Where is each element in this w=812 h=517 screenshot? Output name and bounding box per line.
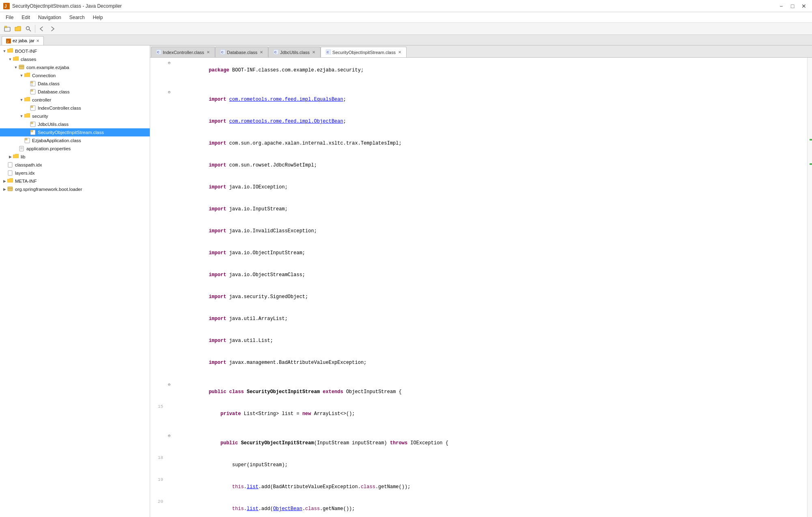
tree-label: controller	[32, 97, 51, 102]
tab-jdbcutils[interactable]: C JdbcUtils.class ✕	[268, 47, 321, 57]
class-icon	[30, 130, 37, 135]
tree-item-security[interactable]: ▼ security	[0, 112, 150, 120]
toolbar-search-button[interactable]	[24, 24, 33, 34]
tree-item-data-class[interactable]: C Data.class	[0, 80, 150, 88]
tree-item-app-props[interactable]: application.properties	[0, 145, 150, 153]
tree-item-classpath[interactable]: classpath.idx	[0, 161, 150, 169]
code-line: import java.util.List;	[150, 330, 807, 352]
tree-item-spring-loader[interactable]: ▶ org.springframework.boot.loader	[0, 185, 150, 193]
minimize-button[interactable]: −	[776, 1, 786, 11]
tab-label: IndexController.class	[163, 50, 204, 55]
code-content: private List<String> list = new ArrayLis…	[172, 403, 804, 425]
tab-close-button[interactable]: ✕	[207, 50, 210, 54]
tree-item-lib[interactable]: ▶ lib	[0, 153, 150, 161]
top-tab-label: ez jaba. jar	[13, 38, 34, 43]
tree-label: layers.idx	[15, 171, 35, 175]
app-icon: J	[3, 3, 10, 9]
menu-navigation[interactable]: Navigation	[34, 14, 65, 21]
editor-wrapper: ⊖ package BOOT-INF.classes.com.example.e…	[150, 58, 812, 517]
menu-edit[interactable]: Edit	[17, 14, 34, 21]
svg-rect-3	[4, 26, 7, 27]
tree-arrow[interactable]: ▼	[19, 114, 24, 118]
tree-item-indexcontroller[interactable]: IndexController.class	[0, 104, 150, 112]
tab-database[interactable]: C Database.class ✕	[215, 47, 268, 57]
tree-item-meta-inf[interactable]: ▶ META-INF	[0, 177, 150, 185]
line-number: 19	[150, 476, 166, 483]
svg-text:C: C	[327, 50, 329, 54]
tree-label: META-INF	[15, 179, 37, 184]
code-content: import com.sun.org.apache.xalan.internal…	[172, 132, 804, 154]
toolbar-open-button[interactable]	[2, 24, 12, 34]
tree-arrow[interactable]: ▼	[7, 57, 13, 61]
svg-rect-22	[25, 138, 27, 140]
editor-panel: C IndexController.class ✕ C Database.cla…	[150, 45, 812, 517]
tree-label: org.springframework.boot.loader	[15, 187, 82, 192]
tree-label: security	[32, 114, 48, 119]
code-editor[interactable]: ⊖ package BOOT-INF.classes.com.example.e…	[150, 58, 807, 517]
tree-arrow[interactable]: ▼	[19, 74, 24, 78]
svg-rect-20	[31, 130, 33, 132]
tab-indexcontroller[interactable]: C IndexController.class ✕	[151, 47, 215, 57]
folder-icon	[24, 113, 31, 119]
tab-close-button[interactable]: ✕	[312, 50, 315, 54]
menu-file[interactable]: File	[2, 14, 17, 21]
tree-label: Database.class	[38, 89, 70, 94]
tree-arrow[interactable]: ▼	[13, 65, 19, 69]
line-number: 18	[150, 454, 166, 461]
code-line: ⊖ public SecurityObjectInpitStream(Input…	[150, 432, 807, 454]
code-content: public class SecurityObjectInpitStream e…	[172, 381, 804, 403]
code-content: import com.rometools.rome.feed.impl.Obje…	[172, 110, 804, 132]
editor-tab-bar: C IndexController.class ✕ C Database.cla…	[150, 45, 812, 58]
fold-icon[interactable]: ⊖	[166, 381, 172, 389]
window-title: SecurityObjectInpitStream.class - Java D…	[12, 3, 122, 9]
fold-icon[interactable]: ⊖	[166, 433, 172, 440]
package-icon	[19, 65, 25, 70]
top-tab-close-button[interactable]: ✕	[36, 39, 39, 43]
tree-item-ezjaba-app[interactable]: EzjabaApplication.class	[0, 136, 150, 145]
fold-icon[interactable]: ⊖	[166, 60, 172, 67]
tree-arrow[interactable]: ▶	[2, 187, 7, 191]
top-tab-ezjaba[interactable]: J ez jaba. jar ✕	[2, 36, 44, 45]
tree-item-layers[interactable]: layers.idx	[0, 169, 150, 177]
tree-item-classes[interactable]: ▼ classes	[0, 55, 150, 63]
toolbar-folder-button[interactable]	[13, 24, 23, 34]
line-number: 15	[150, 403, 166, 410]
menu-search[interactable]: Search	[65, 14, 89, 21]
code-line: import java.io.ObjectStreamClass;	[150, 264, 807, 286]
close-button[interactable]: ✕	[799, 1, 809, 11]
toolbar-back-button[interactable]	[37, 24, 47, 34]
tree-label: JdbcUtils.class	[38, 122, 69, 127]
code-content: this.list.add(BadAttributeValueExpExcept…	[172, 476, 804, 498]
svg-rect-11	[31, 82, 33, 83]
folder-icon	[24, 97, 31, 103]
class-tab-icon: C	[274, 50, 278, 55]
fold-icon[interactable]: ⊖	[166, 89, 172, 96]
folder-icon	[13, 154, 19, 160]
tree-item-connection[interactable]: ▼ Connection	[0, 71, 150, 80]
tree-item-com-example[interactable]: ▼ com.example.ezjaba	[0, 63, 150, 71]
tree-item-database-class[interactable]: Database.class	[0, 88, 150, 96]
class-tab-icon: C	[156, 50, 161, 55]
tree-arrow[interactable]: ▼	[19, 98, 24, 102]
tree-item-boot-inf[interactable]: ▼ BOOT-INF	[0, 47, 150, 55]
maximize-button[interactable]: □	[788, 1, 797, 11]
tree-item-controller[interactable]: ▼ controller	[0, 96, 150, 104]
tree-arrow-boot-inf[interactable]: ▼	[2, 49, 7, 53]
menu-help[interactable]: Help	[89, 14, 107, 21]
svg-text:C: C	[31, 84, 33, 86]
tree-arrow[interactable]: ▶	[2, 179, 7, 183]
tab-security-stream[interactable]: C SecurityObjectInpitStream.class ✕	[321, 47, 407, 57]
tree-item-jdbcutils[interactable]: JdbcUtils.class	[0, 120, 150, 128]
tree-arrow[interactable]: ▶	[7, 155, 13, 159]
tab-close-button[interactable]: ✕	[398, 50, 401, 54]
tree-item-security-stream[interactable]: SecurityObjectInpitStream.class	[0, 128, 150, 136]
code-content: import com.sun.rowset.JdbcRowSetImpl;	[172, 154, 804, 176]
toolbar-forward-button[interactable]	[47, 24, 57, 34]
svg-point-4	[26, 26, 30, 30]
class-icon	[30, 121, 37, 127]
tree-label: SecurityObjectInpitStream.class	[38, 130, 104, 135]
tab-label: JdbcUtils.class	[280, 50, 310, 55]
title-bar-left: J SecurityObjectInpitStream.class - Java…	[3, 3, 122, 9]
code-content: import javax.management.BadAttributeValu…	[172, 352, 804, 374]
tab-close-button[interactable]: ✕	[260, 50, 263, 54]
